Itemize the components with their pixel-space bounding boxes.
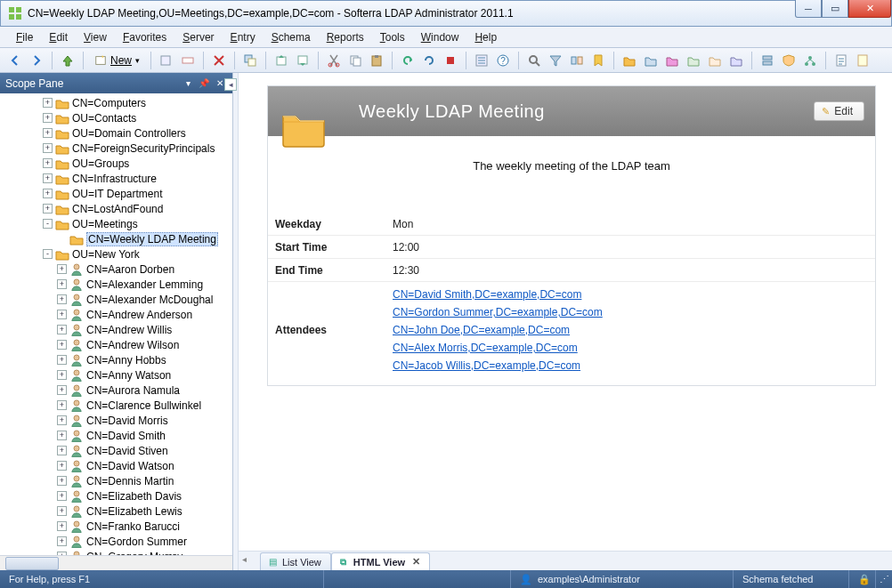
expander-icon[interactable]: +	[57, 400, 67, 410]
tree-item[interactable]: +OU=Domain Controllers	[0, 125, 232, 141]
tree-item[interactable]: +CN=Franko Barucci	[0, 519, 232, 534]
tab-list-view[interactable]: ▤ List View	[260, 552, 331, 570]
expander-icon[interactable]: +	[43, 189, 53, 198]
attendee-link[interactable]: CN=Alex Morris,DC=example,DC=com	[393, 339, 603, 357]
expander-icon[interactable]: +	[57, 370, 67, 380]
folder3-button[interactable]	[662, 51, 682, 70]
back-button[interactable]	[5, 51, 25, 70]
script-button[interactable]	[853, 51, 872, 70]
expander-icon[interactable]: +	[57, 385, 67, 395]
forward-button[interactable]	[27, 51, 46, 70]
expander-icon[interactable]: +	[57, 552, 67, 555]
minimize-button[interactable]: ─	[795, 0, 822, 18]
expander-icon[interactable]: +	[57, 355, 67, 365]
attendee-link[interactable]: CN=John Doe,DC=example,DC=com	[393, 321, 603, 339]
schema-button[interactable]	[800, 51, 820, 70]
expander-icon[interactable]: +	[43, 98, 53, 108]
scope-horizontal-scrollbar[interactable]	[0, 555, 232, 570]
scope-dropdown-icon[interactable]: ▾	[181, 77, 195, 91]
expander-icon[interactable]: -	[43, 249, 53, 259]
expander-icon[interactable]: +	[57, 264, 67, 274]
menu-window[interactable]: Window	[414, 28, 466, 46]
maximize-button[interactable]: ▭	[822, 0, 848, 18]
tree-item[interactable]: +CN=Aaron Dorben	[0, 262, 232, 277]
compare-button[interactable]	[567, 51, 587, 70]
expander-icon[interactable]: +	[57, 506, 67, 516]
expander-icon[interactable]: +	[43, 158, 53, 168]
tree-item[interactable]: +CN=Elizabeth Davis	[0, 488, 232, 503]
tree-item[interactable]: +CN=David Stiven	[0, 443, 232, 458]
rename-button[interactable]	[178, 51, 198, 70]
delete-button[interactable]	[209, 51, 229, 70]
tree-item[interactable]: +CN=Andrew Wilson	[0, 337, 232, 352]
filter-button[interactable]	[546, 51, 565, 70]
refresh-button[interactable]	[419, 51, 439, 70]
folder1-button[interactable]	[620, 51, 639, 70]
cut-button[interactable]	[324, 51, 344, 70]
menu-entry[interactable]: Entry	[223, 28, 263, 46]
expander-icon[interactable]: +	[43, 128, 53, 138]
tree-item[interactable]: CN=Weekly LDAP Meeting	[0, 231, 232, 246]
tree-item[interactable]: +CN=Infrastructure	[0, 171, 232, 186]
tree-item[interactable]: +CN=Anny Hobbs	[0, 352, 232, 367]
tree-item[interactable]: +CN=Anny Watson	[0, 367, 232, 383]
expander-icon[interactable]: +	[43, 173, 53, 183]
tree-item[interactable]: +CN=Alexander McDoughal	[0, 292, 232, 307]
up-button[interactable]	[58, 51, 77, 70]
tree-item[interactable]: +CN=David Watson	[0, 458, 232, 473]
tree-item[interactable]: +OU=IT Department	[0, 186, 232, 201]
properties-button[interactable]	[472, 51, 491, 70]
menu-favorites[interactable]: Favorites	[116, 28, 174, 46]
expander-icon[interactable]: +	[43, 113, 53, 123]
menu-help[interactable]: Help	[467, 28, 504, 46]
menu-reports[interactable]: Reports	[320, 28, 371, 46]
report-button[interactable]	[831, 51, 851, 70]
tree-item[interactable]: +CN=Dennis Martin	[0, 473, 232, 488]
tree-item[interactable]: +CN=Gordon Summer	[0, 534, 232, 549]
tree-item[interactable]: +OU=Groups	[0, 156, 232, 171]
tabs-scroll-left-icon[interactable]: ◂	[242, 554, 247, 564]
tree-item[interactable]: +CN=Andrew Willis	[0, 322, 232, 337]
expander-icon[interactable]: +	[57, 325, 67, 334]
expander-icon[interactable]: +	[57, 310, 67, 319]
scope-pin-icon[interactable]: 📌	[197, 77, 211, 91]
close-button[interactable]: ✕	[848, 0, 891, 18]
menu-view[interactable]: View	[77, 28, 114, 46]
expander-icon[interactable]: +	[57, 476, 67, 486]
import-button[interactable]	[293, 51, 312, 70]
expander-icon[interactable]: +	[57, 461, 67, 471]
export-button[interactable]	[272, 51, 291, 70]
expander-icon[interactable]: -	[43, 219, 53, 229]
bookmark-button[interactable]	[588, 51, 608, 70]
expander-icon[interactable]: +	[57, 340, 67, 350]
expander-icon[interactable]: +	[57, 446, 67, 455]
copy-dn-button[interactable]	[240, 51, 260, 70]
stop-button[interactable]	[441, 51, 460, 70]
find-button[interactable]	[524, 51, 544, 70]
expander-icon[interactable]: +	[57, 536, 67, 546]
expander-icon[interactable]: +	[57, 294, 67, 304]
tree-item[interactable]: +CN=Elizabeth Lewis	[0, 503, 232, 519]
tree-item[interactable]: +CN=Clarence Bullwinkel	[0, 398, 232, 413]
tree-item[interactable]: +CN=David Smith	[0, 428, 232, 443]
edit-entry-button[interactable]	[157, 51, 176, 70]
server-button[interactable]	[758, 51, 777, 70]
menu-edit[interactable]: Edit	[42, 28, 75, 46]
menu-tools[interactable]: Tools	[373, 28, 412, 46]
attendee-link[interactable]: CN=Gordon Summer,DC=example,DC=com	[393, 303, 603, 321]
attendee-link[interactable]: CN=Jacob Willis,DC=example,DC=com	[393, 357, 603, 375]
tree-item[interactable]: -OU=Meetings	[0, 216, 232, 231]
menu-server[interactable]: Server	[175, 28, 221, 46]
paste-button[interactable]	[367, 51, 386, 70]
expander-icon[interactable]: +	[43, 143, 53, 153]
undo-button[interactable]	[398, 51, 418, 70]
expander-icon[interactable]: +	[57, 415, 67, 425]
expander-icon[interactable]: +	[43, 204, 53, 213]
folder2-button[interactable]	[641, 51, 661, 70]
expander-icon[interactable]: +	[57, 521, 67, 531]
tree-item[interactable]: +CN=Aurora Namula	[0, 383, 232, 398]
menu-schema[interactable]: Schema	[264, 28, 318, 46]
help-button[interactable]: ?	[493, 51, 513, 70]
attendee-link[interactable]: CN=David Smith,DC=example,DC=com	[393, 286, 603, 303]
expander-icon[interactable]: +	[57, 491, 67, 501]
